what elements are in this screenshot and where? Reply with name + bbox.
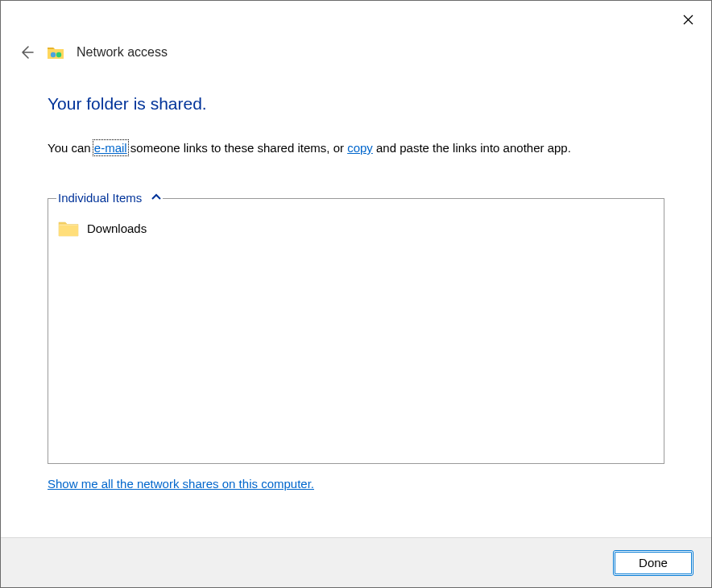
footer-link-row: Show me all the network shares on this c…	[48, 477, 664, 491]
email-link[interactable]: e-mail	[94, 141, 127, 155]
instruction-prefix: You can	[48, 141, 94, 155]
instruction-mid: someone links to these shared items, or	[127, 141, 347, 155]
show-all-shares-link[interactable]: Show me all the network shares on this c…	[48, 477, 314, 491]
folder-icon	[58, 220, 79, 238]
groupbox-label: Individual Items	[56, 191, 147, 205]
instruction-suffix: and paste the links into another app.	[373, 141, 571, 155]
item-label: Downloads	[87, 222, 147, 235]
wizard-header: Network access	[1, 1, 711, 70]
list-item[interactable]: Downloads	[58, 220, 654, 238]
back-button[interactable]	[17, 43, 36, 62]
copy-link[interactable]: copy	[347, 141, 373, 155]
groupbox-header[interactable]: Individual Items	[56, 191, 656, 205]
close-icon	[683, 14, 693, 25]
svg-point-2	[51, 52, 56, 57]
svg-point-3	[56, 52, 61, 57]
instruction-text: You can e-mail someone links to these sh…	[48, 139, 664, 158]
content-area: Your folder is shared. You can e-mail so…	[1, 70, 711, 537]
done-button[interactable]: Done	[613, 550, 693, 576]
close-button[interactable]	[676, 7, 700, 31]
button-bar: Done	[1, 537, 711, 587]
collapse-chevron-icon	[151, 193, 161, 201]
dialog-window: Network access Your folder is shared. Yo…	[0, 0, 712, 588]
individual-items-group: Individual Items Downloads	[48, 198, 664, 464]
items-list: Downloads	[48, 199, 664, 259]
network-share-icon	[48, 44, 65, 60]
back-arrow-icon	[19, 44, 35, 60]
wizard-title: Network access	[77, 45, 168, 60]
page-heading: Your folder is shared.	[48, 94, 664, 114]
